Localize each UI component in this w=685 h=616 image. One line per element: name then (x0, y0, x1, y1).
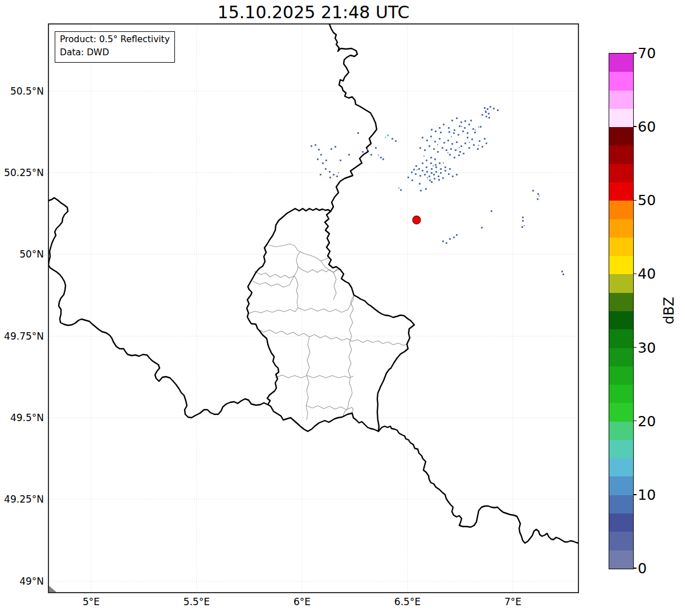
radar-echo-pixel (392, 138, 393, 140)
canton-border (252, 276, 294, 287)
radar-echo-pixel (426, 140, 428, 141)
canton-border (333, 272, 336, 300)
canton-border (307, 406, 353, 413)
x-tick-label: 7°E (504, 596, 521, 607)
radar-echo-pixel (382, 158, 384, 160)
radar-echo-pixel (446, 242, 447, 244)
radar-echo-pixel (532, 190, 534, 191)
map-layers (48, 24, 578, 543)
radar-echo-pixel (430, 157, 432, 158)
radar-echo-pixel (385, 137, 386, 138)
radar-echo-pixel (423, 156, 425, 157)
radar-echo-pixel (445, 170, 446, 172)
colorbar-segment (609, 440, 633, 458)
product-line: Product: 0.5° Reflectivity (60, 33, 170, 46)
radar-echo-pixel (325, 168, 327, 170)
radar-echo-pixel (486, 116, 487, 117)
radar-echo-pixel (472, 128, 474, 130)
product-info-box: Product: 0.5° Reflectivity Data: DWD (55, 31, 175, 63)
colorbar-tick (633, 568, 637, 568)
radar-echo-pixel (461, 126, 462, 127)
radar-echo-pixel (445, 166, 446, 168)
radar-echo-pixel (418, 168, 420, 170)
colorbar-tick (633, 274, 637, 274)
radar-echo-pixel (448, 127, 450, 129)
radar-echo-pixel (488, 117, 490, 119)
colorbar-segment (609, 532, 633, 550)
colorbar-segment (609, 476, 633, 495)
canton-border (254, 251, 300, 278)
radar-echo-pixel (443, 124, 445, 125)
map-corner-artifact (49, 586, 56, 592)
radar-echo-pixel (378, 154, 379, 156)
radar-echo-pixel (474, 132, 476, 133)
radar-echo-pixel (426, 166, 427, 168)
colorbar-segment (609, 72, 633, 90)
colorbar-tick (633, 421, 637, 421)
echo-sky (385, 137, 386, 138)
colorbar-segment (609, 164, 633, 182)
colorbar-tick-label: 60 (638, 120, 656, 134)
radar-echo-pixel (411, 180, 413, 181)
radar-echo-pixel (426, 171, 428, 173)
x-tick-label: 5.5°E (184, 596, 210, 607)
radar-echo-pixel (561, 271, 563, 272)
radar-echo-pixel (338, 172, 339, 173)
canton-border (343, 295, 354, 416)
radar-echo-pixel (458, 154, 460, 156)
colorbar-tick (633, 494, 637, 495)
radar-echo-pixel (478, 127, 479, 128)
radar-echo-pixel (442, 240, 444, 242)
radar-echo-pixel (459, 151, 461, 153)
radar-echo-pixel (440, 132, 442, 133)
radar-echo-pixel (451, 120, 453, 121)
colorbar-tick-label: 10 (638, 487, 656, 501)
radar-echo-pixel (415, 173, 417, 175)
radar-echo-pixel (522, 217, 524, 218)
colorbar-tick (633, 200, 637, 201)
radar-echo-pixel (484, 138, 486, 140)
colorbar-segment (609, 145, 633, 164)
radar-echo-pixel (448, 131, 450, 133)
radar-echo-pixel (411, 172, 413, 173)
radar-echo-pixel (366, 149, 368, 150)
radar-echo-pixel (407, 177, 409, 178)
radar-echo-pixel (413, 169, 415, 170)
colorbar-segment (609, 293, 633, 311)
radar-echo-pixel (440, 168, 442, 170)
radar-echo-pixel (447, 152, 448, 153)
radar-echo-pixel (422, 137, 423, 138)
radar-echo-pixel (429, 145, 430, 147)
radar-echo-pixel (320, 174, 321, 176)
colorbar-tick-label: 70 (638, 46, 656, 60)
radar-echo-pixel (537, 193, 539, 195)
radar-echo-pixel (475, 129, 476, 130)
radar-echo-pixel (439, 127, 441, 129)
y-tick-label: 49.5°N (10, 412, 44, 423)
radar-echo-pixel (487, 108, 488, 110)
radar-echo-pixel (453, 236, 455, 238)
y-tick-label: 50.25°N (4, 167, 44, 178)
x-tick-label: 6°E (293, 596, 311, 607)
colorbar-segment (609, 127, 633, 145)
radar-echo-pixel (329, 177, 331, 178)
radar-echo-pixel (424, 149, 426, 151)
border-france-belgium (48, 198, 268, 418)
data-source-line: Data: DWD (60, 46, 170, 59)
canton-border (298, 295, 354, 312)
radar-echo-pixel (419, 183, 421, 185)
radar-echo-pixel (320, 154, 322, 156)
radar-echo-pixel (484, 107, 486, 109)
map-frame (48, 24, 578, 593)
radar-echo-pixel (433, 165, 434, 166)
y-tick-label: 49.25°N (4, 493, 44, 505)
colorbar-segment (609, 91, 633, 109)
colorbar-segment (609, 54, 633, 72)
radar-echo-pixel (419, 175, 421, 177)
colorbar-segment (609, 513, 633, 532)
radar-echo-pixel (311, 145, 312, 147)
radar-echo-pixel (424, 174, 426, 176)
radar-echo-pixel (431, 181, 433, 183)
colorbar-segment (609, 238, 633, 256)
radar-echo-pixel (464, 120, 466, 122)
